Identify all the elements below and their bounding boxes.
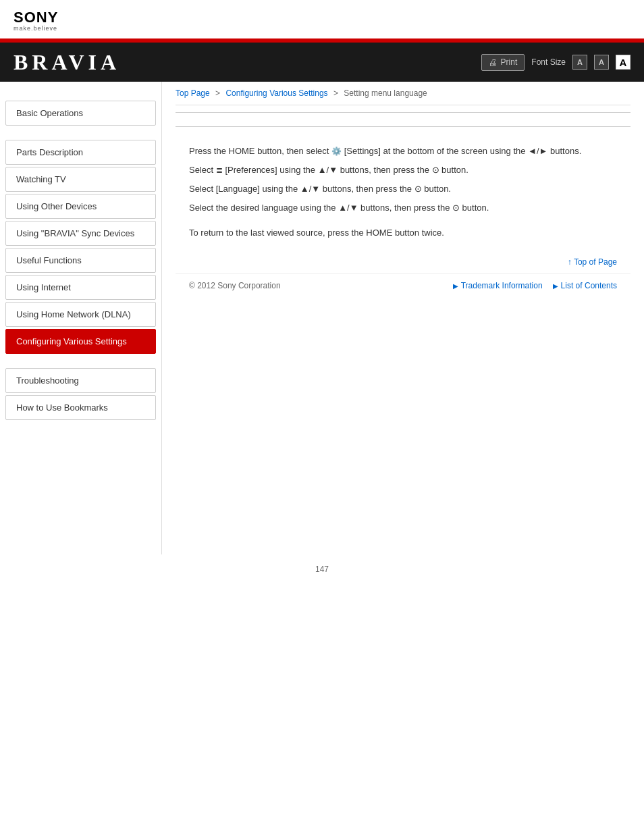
sidebar-item-useful-functions[interactable]: Useful Functions <box>5 248 156 273</box>
breadcrumb-top-link[interactable]: Top Page <box>176 88 210 98</box>
sidebar-item-using-internet[interactable]: Using Internet <box>5 275 156 300</box>
sidebar-item-using-home-network[interactable]: Using Home Network (DLNA) <box>5 302 156 327</box>
breadcrumb: Top Page > Configuring Various Settings … <box>176 82 630 105</box>
footer-links: Trademark Information List of Contents <box>453 281 617 290</box>
sidebar-item-configuring-various-settings[interactable]: Configuring Various Settings <box>5 329 156 354</box>
instruction-step2: Select ≣ [Preferences] using the ▲/▼ but… <box>189 163 617 178</box>
sidebar-item-watching-tv[interactable]: Watching TV <box>5 167 156 192</box>
content-wrapper: Basic Operations Parts Description Watch… <box>0 82 644 554</box>
breadcrumb-current: Setting menu language <box>344 88 427 98</box>
preferences-icon: ≣ <box>216 163 223 177</box>
print-icon <box>489 57 498 68</box>
sidebar-item-using-other-devices[interactable]: Using Other Devices <box>5 194 156 219</box>
list-of-contents-link[interactable]: List of Contents <box>553 281 617 290</box>
bravia-logo: BRAVIA <box>14 50 120 75</box>
sony-header: SONY make.believe <box>0 0 644 38</box>
sidebar: Basic Operations Parts Description Watch… <box>0 82 162 554</box>
header-controls: Print Font Size A A A <box>481 54 630 71</box>
copyright-text: © 2012 Sony Corporation <box>189 281 281 290</box>
arrow-right-icon-contents <box>553 281 558 290</box>
sidebar-item-basic-operations[interactable]: Basic Operations <box>5 101 156 126</box>
instruction-step4: Select the desired language using the ▲/… <box>189 201 617 215</box>
print-button[interactable]: Print <box>481 54 525 71</box>
sidebar-item-using-bravia-sync[interactable]: Using "BRAVIA" Sync Devices <box>5 221 156 246</box>
font-small-button[interactable]: A <box>572 55 587 70</box>
breadcrumb-section-link[interactable]: Configuring Various Settings <box>225 88 327 98</box>
page-footer: © 2012 Sony Corporation Trademark Inform… <box>176 273 630 297</box>
main-content: Top Page > Configuring Various Settings … <box>162 82 644 554</box>
instructions-section: Press the HOME button, then select ⚙️ [S… <box>176 134 630 251</box>
sony-logo: SONY <box>14 10 630 25</box>
font-size-label: Font Size <box>531 57 566 67</box>
top-of-page-anchor[interactable]: Top of Page <box>568 257 617 267</box>
sony-tagline: make.believe <box>14 25 630 32</box>
font-large-button[interactable]: A <box>616 55 630 70</box>
top-of-page-link: Top of Page <box>176 251 630 273</box>
page-section-divider <box>176 112 630 127</box>
arrow-right-icon-trademark <box>453 281 458 290</box>
arrow-up-icon <box>568 257 574 267</box>
sidebar-item-parts-description[interactable]: Parts Description <box>5 140 156 165</box>
sidebar-item-troubleshooting[interactable]: Troubleshooting <box>5 368 156 393</box>
return-note: To return to the last viewed source, pre… <box>189 226 617 240</box>
settings-icon: ⚙️ <box>331 145 342 158</box>
instruction-step3: Select [Language] using the ▲/▼ buttons,… <box>189 182 617 197</box>
instruction-step1: Press the HOME button, then select ⚙️ [S… <box>189 144 617 159</box>
page-number: 147 <box>0 554 644 584</box>
trademark-info-link[interactable]: Trademark Information <box>453 281 543 290</box>
bravia-header: BRAVIA Print Font Size A A A <box>0 43 644 82</box>
font-medium-button[interactable]: A <box>594 55 609 70</box>
sidebar-item-how-to-use-bookmarks[interactable]: How to Use Bookmarks <box>5 395 156 420</box>
